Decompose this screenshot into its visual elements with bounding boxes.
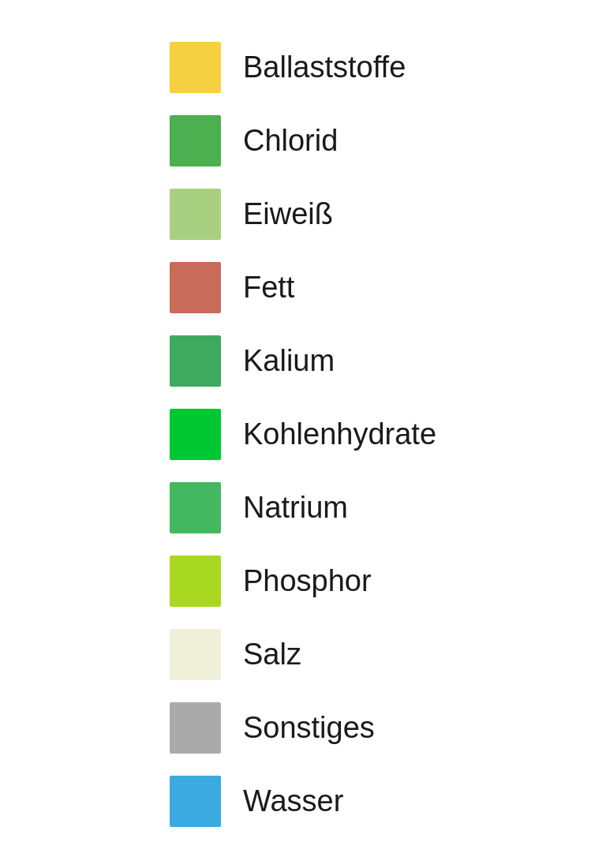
legend-item-kalium: Kalium — [170, 324, 436, 398]
legend-item-wasser: Wasser — [170, 765, 436, 838]
color-swatch-fett — [170, 262, 221, 313]
color-swatch-eiweiss — [170, 189, 221, 240]
color-swatch-ballaststoffe — [170, 42, 221, 93]
legend-item-phosphor: Phosphor — [170, 544, 436, 618]
color-swatch-kalium — [170, 335, 221, 387]
legend-item-kohlenhydrate: Kohlenhydrate — [170, 398, 436, 471]
legend-label-sonstiges: Sonstiges — [243, 711, 375, 745]
color-swatch-phosphor — [170, 556, 221, 607]
legend-item-sonstiges: Sonstiges — [170, 691, 436, 765]
legend-container: BallaststoffeChloridEiweißFettKaliumKohl… — [170, 15, 436, 854]
legend-label-kohlenhydrate: Kohlenhydrate — [243, 417, 436, 451]
color-swatch-salz — [170, 629, 221, 680]
color-swatch-natrium — [170, 482, 221, 533]
legend-label-salz: Salz — [243, 638, 301, 672]
color-swatch-kohlenhydrate — [170, 409, 221, 460]
legend-label-natrium: Natrium — [243, 491, 348, 525]
color-swatch-wasser — [170, 776, 221, 827]
legend-label-kalium: Kalium — [243, 344, 335, 378]
legend-item-fett: Fett — [170, 251, 436, 324]
legend-item-salz: Salz — [170, 618, 436, 691]
legend-item-natrium: Natrium — [170, 471, 436, 544]
color-swatch-chlorid — [170, 115, 221, 166]
legend-label-wasser: Wasser — [243, 784, 343, 818]
legend-label-fett: Fett — [243, 271, 294, 305]
legend-item-ballaststoffe: Ballaststoffe — [170, 31, 436, 104]
legend-label-eiweiss: Eiweiß — [243, 197, 333, 231]
legend-label-ballaststoffe: Ballaststoffe — [243, 51, 406, 84]
legend-label-phosphor: Phosphor — [243, 564, 372, 598]
color-swatch-sonstiges — [170, 702, 221, 754]
legend-label-chlorid: Chlorid — [243, 124, 338, 158]
legend-item-chlorid: Chlorid — [170, 104, 436, 178]
legend-item-eiweiss: Eiweiß — [170, 178, 436, 251]
